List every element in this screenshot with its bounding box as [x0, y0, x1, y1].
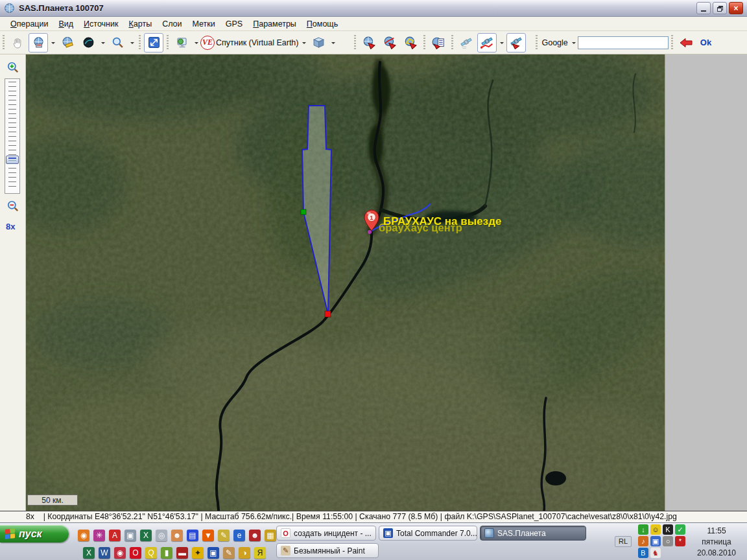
add-polygon-button[interactable]: [401, 33, 420, 52]
magnifier-icon: [112, 36, 124, 49]
menu-help[interactable]: Помощь: [302, 18, 343, 30]
toolbar-grip[interactable]: [167, 35, 169, 51]
layers-button[interactable]: [309, 33, 328, 52]
quicklaunch-cd-icon[interactable]: ◎: [156, 530, 167, 541]
tray-antivirus-icon[interactable]: ✓: [675, 524, 685, 535]
menu-marks[interactable]: Метки: [187, 18, 220, 30]
gps-position-button[interactable]: [506, 33, 526, 52]
titlebar[interactable]: SAS.Планета 100707 ×: [0, 0, 747, 17]
quicklaunch-ati-icon[interactable]: A: [109, 530, 121, 541]
toolbar-grip[interactable]: [536, 35, 538, 51]
search-input[interactable]: [578, 36, 669, 49]
pan-hand-button[interactable]: [8, 33, 27, 52]
selection-tool-button[interactable]: [29, 33, 48, 52]
quicklaunch-contacts-icon[interactable]: ☻: [171, 530, 183, 541]
tray-download-icon[interactable]: ↓: [638, 524, 648, 535]
language-indicator[interactable]: RL: [615, 536, 632, 547]
quicklaunch-ie-icon[interactable]: e: [233, 530, 245, 541]
menu-settings[interactable]: Параметры: [248, 18, 302, 30]
ok-button[interactable]: Ok: [700, 38, 711, 47]
close-button[interactable]: ×: [729, 2, 743, 14]
polygon-vertex-red[interactable]: [325, 311, 331, 317]
quicklaunch-word-icon[interactable]: W: [99, 547, 110, 559]
map-canvas[interactable]: брауХаус центр БРАУХАУС на выезде 1: [26, 54, 665, 511]
menu-operations[interactable]: Операции: [5, 18, 53, 30]
tray-virus-bug-icon[interactable]: *: [675, 536, 685, 546]
quicklaunch-battery-icon[interactable]: ▮: [161, 547, 172, 559]
tray-icq-icon[interactable]: ☺: [650, 524, 661, 535]
quicklaunch-case-icon[interactable]: ▬: [176, 547, 188, 559]
quicklaunch-excel-icon[interactable]: X: [140, 530, 152, 541]
gps-track-button[interactable]: [477, 33, 497, 52]
taskbar-button-opera[interactable]: O создать инцидент - ...: [276, 526, 376, 541]
menu-layers[interactable]: Слои: [157, 18, 187, 30]
polygon-vertex-green[interactable]: [301, 209, 306, 215]
add-path-button[interactable]: [380, 33, 399, 52]
gps-connect-button[interactable]: [456, 33, 476, 52]
menu-source[interactable]: Источник: [78, 18, 123, 30]
tray-recorder-icon[interactable]: ○: [663, 536, 673, 546]
zoom-tool-dropdown[interactable]: [130, 42, 134, 46]
map-viewport[interactable]: брауХаус центр БРАУХАУС на выезде 1 50 к…: [26, 54, 665, 511]
toolbar-grip[interactable]: [354, 35, 356, 51]
quicklaunch-address-book-icon[interactable]: ▤: [187, 530, 198, 541]
menu-view[interactable]: Вид: [53, 18, 78, 30]
zoom-out-button[interactable]: [5, 198, 21, 214]
tray-kaspersky-icon[interactable]: K: [663, 524, 673, 535]
toolbar-grip[interactable]: [139, 35, 141, 51]
minimize-button[interactable]: [696, 2, 711, 14]
toolbar-grip[interactable]: [671, 35, 673, 51]
tray-bluetooth-icon[interactable]: B: [638, 548, 648, 558]
quicklaunch-download-master-icon[interactable]: ▼: [202, 530, 214, 541]
quicklaunch-movie-maker-icon[interactable]: ▦: [265, 530, 276, 541]
menu-gps[interactable]: GPS: [220, 18, 248, 30]
quicklaunch-support-icon[interactable]: ☻: [249, 530, 261, 541]
search-engine-label[interactable]: Google: [541, 38, 567, 47]
quicklaunch-pen-icon[interactable]: ✎: [223, 547, 235, 559]
menu-maps[interactable]: Карты: [123, 18, 157, 30]
quicklaunch-opera-icon[interactable]: O: [130, 547, 141, 559]
zoom-slider-thumb[interactable]: [6, 156, 19, 164]
selection-tool-dropdown[interactable]: [51, 42, 55, 46]
search-engine-dropdown[interactable]: [572, 42, 576, 46]
toolbar-grip[interactable]: [3, 35, 5, 51]
taskbar-clock[interactable]: 11:55 пятница 20.08.2010: [689, 526, 744, 559]
tray-helper-icon[interactable]: ♞: [650, 548, 661, 558]
map-type-dropdown[interactable]: [302, 42, 306, 46]
quicklaunch-notes-icon[interactable]: ✎: [218, 530, 230, 541]
zoom-slider[interactable]: [5, 78, 20, 194]
taskbar-button-paint[interactable]: ✎ Безымянный - Paint: [276, 543, 379, 558]
map-source-button[interactable]: [172, 33, 191, 52]
quicklaunch-bat-icon[interactable]: ✦: [192, 547, 204, 559]
layers-dropdown[interactable]: [331, 42, 335, 46]
gps-track-dropdown[interactable]: [500, 42, 504, 46]
taskbar-button-sas-planet[interactable]: SAS.Планета: [480, 526, 586, 541]
quicklaunch-media-icon[interactable]: ✳: [93, 530, 105, 541]
quicklaunch-save-icon[interactable]: ▣: [208, 547, 219, 559]
measure-button[interactable]: [58, 33, 77, 52]
zoom-in-button[interactable]: [5, 60, 21, 75]
restore-button[interactable]: [713, 2, 727, 14]
tray-volume-icon[interactable]: ♪: [638, 536, 648, 546]
zoom-tool-button[interactable]: [108, 33, 127, 52]
taskbar-button-total-commander[interactable]: ▣ Total Commander 7.0...: [379, 526, 477, 541]
toolbar-grip[interactable]: [451, 35, 453, 51]
quicklaunch-maps-icon[interactable]: ◉: [78, 530, 89, 541]
quicklaunch-player-icon[interactable]: ◉: [114, 547, 126, 559]
fullscreen-dropdown[interactable]: [101, 42, 105, 46]
tray-network-icon[interactable]: ▣: [650, 536, 661, 546]
pan-rect-button[interactable]: [144, 33, 163, 52]
quicklaunch-clock-icon[interactable]: ◑: [239, 547, 250, 559]
fullscreen-button[interactable]: [78, 33, 98, 52]
quicklaunch-excel2-icon[interactable]: X: [83, 547, 95, 559]
quicklaunch-photos-icon[interactable]: ▣: [124, 530, 136, 541]
start-button[interactable]: пуск: [0, 525, 69, 542]
go-button[interactable]: [676, 33, 696, 52]
marks-manager-button[interactable]: [429, 33, 448, 52]
quicklaunch-yandex-icon[interactable]: Я: [254, 547, 266, 559]
toolbar-grip[interactable]: [423, 35, 425, 51]
map-source-dropdown[interactable]: [195, 42, 198, 46]
quicklaunch-icq-icon[interactable]: Q: [145, 547, 157, 559]
map-type-label[interactable]: Спутник (Virtual Earth): [216, 38, 298, 47]
add-placemark-button[interactable]: [359, 33, 379, 52]
